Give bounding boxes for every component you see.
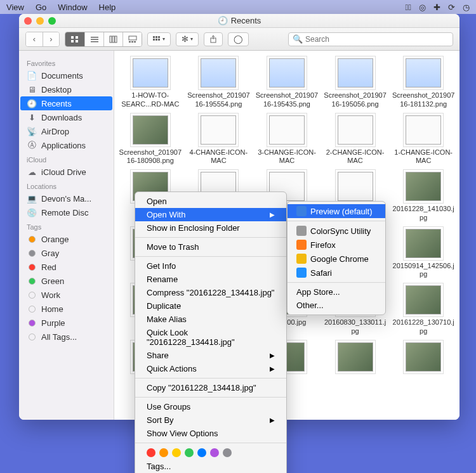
file-item[interactable]: Screenshot_20190716-195056.png [322,56,389,112]
menu-item[interactable]: Tags... [135,460,286,473]
submenu-item[interactable]: Preview (default) [288,204,385,218]
tag-color[interactable] [147,448,155,457]
menu-item[interactable]: Quick Look "20161228_134418.jpg" [135,326,286,349]
file-item[interactable]: Screenshot_20190716-180908.png [117,113,184,169]
submenu-item[interactable]: Google Chrome [288,252,385,266]
submenu-item[interactable]: Firefox [288,238,385,252]
sidebar-item-recents[interactable]: 🕘Recents [20,96,112,110]
sidebar-item-home[interactable]: Home [19,302,114,316]
submenu-item[interactable]: Other... [288,299,385,312]
sidebar-item-airdrop[interactable]: 📡AirDrop [19,124,114,138]
menu-view[interactable]: View [6,3,24,12]
menu-go[interactable]: Go [36,3,46,12]
checkmark-icon[interactable]: ✓⃝ [406,3,412,12]
search-input[interactable] [305,35,449,44]
clock-icon[interactable]: ◷ [463,3,470,12]
submenu-item[interactable]: ColorSync Utility [288,224,385,238]
file-item[interactable]: 3-CHANGE-ICON-MAC [253,113,321,169]
tag-color[interactable] [197,448,206,457]
file-item[interactable]: Screenshot_20190716-181132.png [390,56,457,112]
svg-rect-10 [129,36,136,40]
submenu-item[interactable]: App Store... [288,285,385,299]
open-with-submenu: Preview (default)ColorSync UtilityFirefo… [287,201,386,315]
gallery-view-button[interactable] [122,32,142,46]
toolbar: ‹ › ▾ ✻▾ ◯ 🔍 [19,28,459,51]
sidebar-item-applications[interactable]: ⒶApplications [19,138,114,152]
menu-item[interactable]: Rename [135,273,286,286]
file-item[interactable] [390,340,457,378]
list-view-button[interactable] [84,32,103,46]
tag-color[interactable] [223,448,232,457]
svg-rect-12 [131,41,133,42]
share-button[interactable] [204,32,223,46]
sidebar-item-desktop[interactable]: 🖥Desktop [19,82,114,96]
column-view-button[interactable] [103,32,122,46]
menu-item[interactable]: Open [135,195,286,208]
tag-color[interactable] [159,448,168,457]
file-item[interactable] [322,340,389,378]
menu-item[interactable]: Share▶ [135,349,286,362]
file-item[interactable]: 4-CHANGE-ICON-MAC [185,113,253,169]
submenu-item[interactable]: Safari [288,266,385,280]
back-button[interactable]: ‹ [26,32,43,46]
menu-item[interactable]: Show in Enclosing Folder [135,221,286,235]
file-item[interactable]: 20161228_141030.jpg [390,169,457,225]
menu-item[interactable]: Sort By▶ [135,413,286,427]
menu-window[interactable]: Window [58,3,87,12]
sidebar-item-purple[interactable]: Purple [19,316,114,330]
file-item[interactable]: Screenshot_20190716-195435.png [253,56,321,112]
menu-item[interactable]: Use Groups [135,400,286,413]
menu-item[interactable]: Compress "20161228_134418.jpg" [135,286,286,299]
sync-icon[interactable]: ⟳ [448,3,455,12]
menu-item[interactable]: Show View Options [135,427,286,440]
svg-rect-3 [76,40,78,42]
action-button[interactable]: ✻▾ [176,32,199,46]
menu-help[interactable]: Help [99,3,116,12]
sidebar-item-gray[interactable]: Gray [19,246,114,260]
sidebar-item-label: Orange [41,235,69,244]
menu-item[interactable]: Duplicate [135,299,286,313]
sidebar-item-orange[interactable]: Orange [19,232,114,246]
file-item[interactable]: 2-CHANGE-ICON-MAC [322,113,389,169]
file-item[interactable]: 20161228_130710.jpg [390,283,457,339]
menu-item-label: Quick Actions [147,364,197,373]
menu-item[interactable]: Open With▶ [135,208,286,221]
tag-color[interactable] [185,448,194,457]
zoom-button[interactable] [48,17,56,25]
submenu-arrow-icon: ▶ [270,352,275,359]
menu-item[interactable]: Move to Trash [135,240,286,254]
file-item[interactable]: 1-HOW-TO-SEARC...RD-MAC [117,56,184,112]
sidebar-item-work[interactable]: Work [19,288,114,302]
close-button[interactable] [24,17,32,25]
plus-icon[interactable]: ✚ [433,3,440,12]
tag-color[interactable] [210,448,219,457]
window-title: 🕘 Recents [218,16,261,25]
file-item[interactable]: 20150914_142506.jpg [390,226,457,282]
thumbnail [406,342,441,372]
sidebar-item-icloud-drive[interactable]: ☁iCloud Drive [19,165,114,179]
arrange-button[interactable]: ▾ [147,32,171,46]
sidebar-item-devon-s-ma-[interactable]: 💻Devon's Ma... [19,191,114,205]
tags-button[interactable]: ◯ [228,32,249,46]
sidebar-item-remote-disc[interactable]: 💿Remote Disc [19,205,114,219]
sidebar-item-red[interactable]: Red [19,260,114,274]
menu-item[interactable]: Copy "20161228_134418.jpg" [135,381,286,394]
menu-item-label: Quick Look "20161228_134418.jpg" [147,328,275,347]
file-item[interactable]: 1-CHANGE-ICON-MAC [390,113,457,169]
sidebar-item-documents[interactable]: 📄Documents [19,68,114,82]
forward-button[interactable]: › [43,32,59,46]
file-item[interactable]: Screenshot_20190716-195554.png [185,56,253,112]
sidebar-item-downloads[interactable]: ⬇Downloads [19,110,114,124]
sidebar-item-all-tags-[interactable]: All Tags... [19,330,114,344]
menu-item-label: Rename [147,275,178,284]
sidebar-item-green[interactable]: Green [19,274,114,288]
minimize-button[interactable] [36,17,44,25]
cc-icon[interactable]: ◎ [419,3,426,12]
tag-color[interactable] [172,448,181,457]
menu-item[interactable]: Quick Actions▶ [135,362,286,375]
sidebar-item-label: Gray [41,249,59,258]
icon-view-button[interactable] [65,32,84,46]
search-field[interactable]: 🔍 [288,32,453,46]
menu-item[interactable]: Get Info [135,259,286,273]
menu-item[interactable]: Make Alias [135,313,286,326]
